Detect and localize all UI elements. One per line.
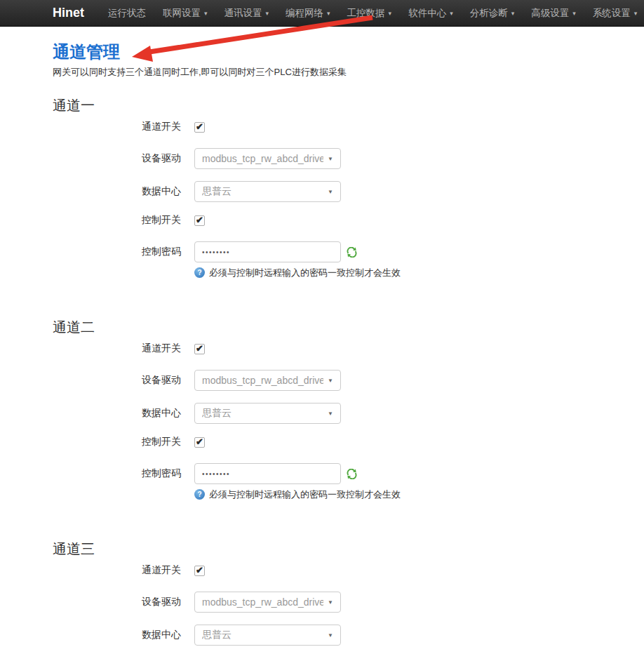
control-switch-row: 控制开关: [53, 214, 644, 227]
chevron-down-icon: ▾: [389, 10, 392, 17]
device-driver-row: 设备驱动 modbus_tcp_rw_abcd_driver ▼: [53, 592, 644, 613]
top-navbar: Hinet 运行状态 联网设置▾ 通讯设置▾ 编程网络▾ 工控数据▾ 软件中心▾…: [0, 0, 644, 27]
channel-three-title: 通道三: [53, 541, 644, 557]
channel-switch-row: 通道开关: [53, 342, 644, 355]
nav-item-software-center[interactable]: 软件中心▾: [400, 7, 462, 20]
channel-switch-checkbox[interactable]: [194, 122, 205, 133]
data-center-select[interactable]: 思普云 ▼: [194, 403, 341, 424]
main-content: 通道管理 网关可以同时支持三个通道同时工作,即可以同时对三个PLC进行数据采集 …: [0, 27, 644, 646]
chevron-down-icon: ▾: [634, 10, 638, 17]
info-icon: ?: [194, 489, 205, 500]
nav-item-network-settings[interactable]: 联网设置▾: [154, 7, 216, 20]
device-driver-select[interactable]: modbus_tcp_rw_abcd_driver ▼: [194, 148, 341, 169]
chevron-down-icon: ▾: [204, 10, 208, 17]
select-caret-icon: ▼: [328, 189, 333, 195]
channel-switch-checkbox[interactable]: [194, 566, 205, 576]
refresh-password-icon[interactable]: [347, 247, 357, 258]
device-driver-row: 设备驱动 modbus_tcp_rw_abcd_driver ▼: [53, 370, 644, 391]
device-driver-select[interactable]: modbus_tcp_rw_abcd_driver ▼: [194, 370, 341, 391]
control-password-input[interactable]: [194, 241, 341, 262]
device-driver-select[interactable]: modbus_tcp_rw_abcd_driver ▼: [194, 592, 341, 613]
channel-switch-checkbox[interactable]: [194, 344, 205, 354]
data-center-row: 数据中心 思普云 ▼: [53, 181, 644, 202]
data-center-select[interactable]: 思普云 ▼: [194, 625, 341, 646]
password-help-row: ? 必须与控制时远程输入的密码一致控制才会生效: [194, 267, 644, 279]
device-driver-label: 设备驱动: [53, 152, 194, 165]
nav-item-advanced-settings[interactable]: 高级设置▾: [523, 7, 584, 20]
device-driver-row: 设备驱动 modbus_tcp_rw_abcd_driver ▼: [53, 148, 644, 169]
page-title: 通道管理: [53, 42, 644, 62]
channel-one-title: 通道一: [53, 98, 644, 114]
channel-three-section: 通道三 通道开关 设备驱动 modbus_tcp_rw_abcd_driver …: [53, 541, 644, 646]
control-password-row: 控制密码: [53, 241, 644, 262]
nav-item-analysis-diagnosis[interactable]: 分析诊断▾: [462, 7, 523, 20]
control-switch-checkbox[interactable]: [194, 215, 205, 226]
data-center-label: 数据中心: [53, 185, 194, 198]
data-center-row: 数据中心 思普云 ▼: [53, 625, 644, 646]
nav-item-programming-network[interactable]: 编程网络▾: [277, 7, 339, 20]
page-subtitle: 网关可以同时支持三个通道同时工作,即可以同时对三个PLC进行数据采集: [53, 67, 644, 78]
password-help-text: 必须与控制时远程输入的密码一致控制才会生效: [209, 267, 401, 279]
select-caret-icon: ▼: [328, 156, 333, 162]
nav-item-industrial-data[interactable]: 工控数据▾: [339, 7, 401, 20]
chevron-down-icon: ▾: [450, 10, 453, 17]
control-switch-row: 控制开关: [53, 436, 644, 448]
channel-one-section: 通道一 通道开关 设备驱动 modbus_tcp_rw_abcd_driver …: [53, 98, 644, 279]
control-password-label: 控制密码: [53, 467, 194, 480]
refresh-password-icon[interactable]: [347, 469, 357, 479]
control-password-label: 控制密码: [53, 246, 194, 258]
data-center-row: 数据中心 思普云 ▼: [53, 403, 644, 424]
chevron-down-icon: ▾: [572, 10, 576, 17]
nav-item-run-status[interactable]: 运行状态: [100, 7, 154, 20]
brand-logo[interactable]: Hinet: [53, 6, 84, 20]
control-switch-label: 控制开关: [53, 436, 194, 448]
password-help-row: ? 必须与控制时远程输入的密码一致控制才会生效: [194, 488, 644, 500]
channel-switch-label: 通道开关: [53, 121, 194, 133]
channel-switch-row: 通道开关: [53, 121, 644, 133]
channel-switch-label: 通道开关: [53, 564, 194, 577]
info-icon: ?: [194, 267, 205, 278]
nav-item-comm-settings[interactable]: 通讯设置▾: [216, 7, 278, 20]
data-center-select[interactable]: 思普云 ▼: [194, 181, 341, 202]
data-center-label: 数据中心: [53, 407, 194, 420]
data-center-label: 数据中心: [53, 629, 194, 641]
channel-two-title: 通道二: [53, 319, 644, 335]
channel-switch-row: 通道开关: [53, 564, 644, 577]
chevron-down-icon: ▾: [511, 10, 515, 17]
device-driver-label: 设备驱动: [53, 374, 194, 387]
chevron-down-icon: ▾: [266, 10, 269, 17]
control-password-row: 控制密码: [53, 463, 644, 484]
select-caret-icon: ▼: [328, 411, 333, 417]
control-switch-label: 控制开关: [53, 214, 194, 227]
nav-item-system-settings[interactable]: 系统设置▾: [584, 7, 644, 20]
select-caret-icon: ▼: [328, 632, 333, 639]
device-driver-label: 设备驱动: [53, 596, 194, 608]
select-caret-icon: ▼: [328, 378, 333, 384]
select-caret-icon: ▼: [328, 599, 333, 606]
control-switch-checkbox[interactable]: [194, 437, 205, 448]
chevron-down-icon: ▾: [327, 10, 330, 17]
control-password-input[interactable]: [194, 463, 341, 484]
channel-two-section: 通道二 通道开关 设备驱动 modbus_tcp_rw_abcd_driver …: [53, 319, 644, 500]
password-help-text: 必须与控制时远程输入的密码一致控制才会生效: [209, 488, 401, 500]
channel-switch-label: 通道开关: [53, 342, 194, 355]
